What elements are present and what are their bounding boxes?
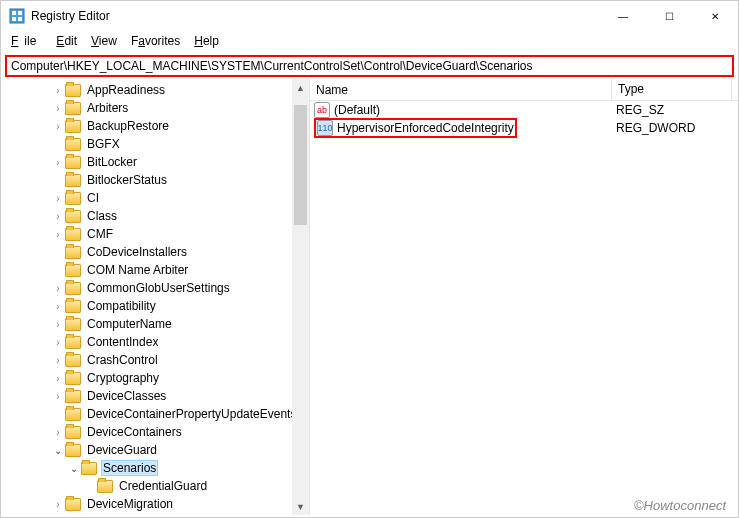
chevron-right-icon[interactable]: › [51,301,65,312]
tree-item[interactable]: ⌄DeviceGuard [3,441,309,459]
chevron-right-icon[interactable]: › [51,427,65,438]
tree-item[interactable]: ›BackupRestore [3,117,309,135]
scroll-down-icon[interactable]: ▼ [292,498,309,515]
title-bar: Registry Editor — ☐ ✕ [1,1,738,31]
tree-scrollbar[interactable]: ▲ ▼ [292,79,309,515]
tree-item[interactable]: COM Name Arbiter [3,261,309,279]
watermark: ©Howtoconnect [634,498,726,513]
svg-rect-2 [18,11,22,15]
tree-label: CrashControl [85,353,160,367]
tree-label: CommonGlobUserSettings [85,281,232,295]
tree-item[interactable]: ›DeviceMigration [3,495,309,513]
tree-label: COM Name Arbiter [85,263,190,277]
chevron-right-icon[interactable]: › [51,499,65,510]
folder-icon [81,462,97,475]
menu-favorites[interactable]: Favorites [125,32,186,50]
folder-icon [65,318,81,331]
tree-item[interactable]: ›CrashControl [3,351,309,369]
chevron-right-icon[interactable]: › [51,391,65,402]
tree-item[interactable]: ›AppReadiness [3,81,309,99]
column-type[interactable]: Type [612,79,732,100]
menu-edit[interactable]: Edit [50,32,83,50]
scroll-thumb[interactable] [294,105,307,225]
tree-pane: ›AppReadiness›Arbiters›BackupRestoreBGFX… [1,79,309,515]
tree-label: Scenarios [101,460,158,476]
tree-item[interactable]: ›BitLocker [3,153,309,171]
chevron-right-icon[interactable]: › [51,103,65,114]
list-row[interactable]: ab(Default)REG_SZ [310,101,738,119]
tree-item[interactable]: ›Class [3,207,309,225]
tree-item[interactable]: ›DeviceContainers [3,423,309,441]
tree-label: AppReadiness [85,83,167,97]
chevron-right-icon[interactable]: › [51,157,65,168]
tree-item[interactable]: ›ComputerName [3,315,309,333]
chevron-right-icon[interactable]: › [51,85,65,96]
value-type: REG_SZ [616,103,736,117]
address-bar[interactable]: Computer\HKEY_LOCAL_MACHINE\SYSTEM\Curre… [5,55,734,77]
tree-label: Arbiters [85,101,130,115]
tree-item[interactable]: ›CI [3,189,309,207]
svg-rect-3 [12,17,16,21]
window-title: Registry Editor [31,9,600,23]
tree-label: BGFX [85,137,122,151]
tree-label: DeviceMigration [85,497,175,511]
tree-label: DeviceClasses [85,389,168,403]
tree-item[interactable]: ›CMF [3,225,309,243]
chevron-down-icon[interactable]: ⌄ [67,463,81,474]
folder-icon [65,156,81,169]
tree-item[interactable]: ›ContentIndex [3,333,309,351]
close-button[interactable]: ✕ [692,1,738,31]
tree-item[interactable]: ⌄Scenarios [3,459,309,477]
chevron-right-icon[interactable]: › [51,121,65,132]
chevron-right-icon[interactable]: › [51,193,65,204]
folder-icon [65,102,81,115]
tree-item[interactable]: CoDeviceInstallers [3,243,309,261]
tree-label: ContentIndex [85,335,160,349]
chevron-right-icon[interactable]: › [51,373,65,384]
tree-label: Cryptography [85,371,161,385]
chevron-right-icon[interactable]: › [51,283,65,294]
folder-icon [65,138,81,151]
tree-label: DeviceContainerPropertyUpdateEvents [85,407,298,421]
maximize-button[interactable]: ☐ [646,1,692,31]
chevron-right-icon[interactable]: › [51,337,65,348]
tree-item[interactable]: BitlockerStatus [3,171,309,189]
folder-icon [65,354,81,367]
menu-file[interactable]: Filedocument.currentScript.previousEleme… [5,32,48,50]
value-type: REG_DWORD [616,121,736,135]
folder-icon [65,192,81,205]
chevron-right-icon[interactable]: › [51,229,65,240]
minimize-button[interactable]: — [600,1,646,31]
tree-item[interactable]: ›Arbiters [3,99,309,117]
dword-value-icon: 110 [317,120,333,136]
scroll-up-icon[interactable]: ▲ [292,79,309,96]
value-name: (Default) [334,103,380,117]
tree-label: Compatibility [85,299,158,313]
chevron-right-icon[interactable]: › [51,319,65,330]
registry-tree[interactable]: ›AppReadiness›Arbiters›BackupRestoreBGFX… [1,79,309,513]
tree-item[interactable]: CredentialGuard [3,477,309,495]
tree-item[interactable]: DeviceContainerPropertyUpdateEvents [3,405,309,423]
folder-icon [65,408,81,421]
folder-icon [65,282,81,295]
tree-item[interactable]: ›DeviceClasses [3,387,309,405]
tree-label: Class [85,209,119,223]
tree-label: CoDeviceInstallers [85,245,189,259]
tree-item[interactable]: ›CommonGlobUserSettings [3,279,309,297]
list-row[interactable]: 110HypervisorEnforcedCodeIntegrityREG_DW… [310,119,738,137]
folder-icon [65,444,81,457]
tree-label: CMF [85,227,115,241]
menu-view[interactable]: View [85,32,123,50]
tree-item[interactable]: BGFX [3,135,309,153]
tree-item[interactable]: ›Cryptography [3,369,309,387]
list-header: Name Type [310,79,738,101]
chevron-right-icon[interactable]: › [51,355,65,366]
chevron-down-icon[interactable]: ⌄ [51,445,65,456]
folder-icon [97,480,113,493]
address-text: Computer\HKEY_LOCAL_MACHINE\SYSTEM\Curre… [11,59,533,73]
menu-help[interactable]: Help [188,32,225,50]
tree-item[interactable]: ›Compatibility [3,297,309,315]
tree-label: BitLocker [85,155,139,169]
column-name[interactable]: Name [310,79,612,100]
chevron-right-icon[interactable]: › [51,211,65,222]
